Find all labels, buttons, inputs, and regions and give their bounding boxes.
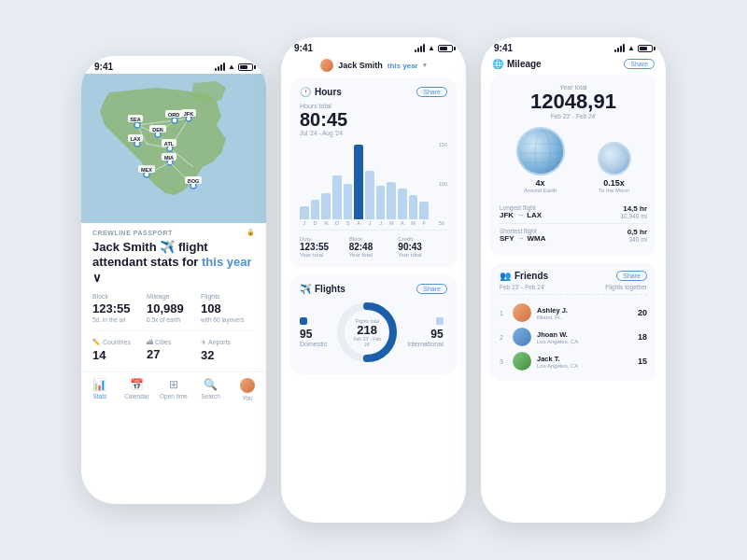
time-2: 9:41 (294, 43, 313, 53)
chart-bar-wrap: M (387, 142, 396, 226)
battery-icon (238, 63, 253, 71)
earth-globe: 4x Around Earth (516, 127, 565, 193)
calendar-icon: 📅 (130, 378, 144, 391)
cities-stat: 🏙Cities 27 (147, 339, 201, 362)
friend-rank: 2 (500, 334, 507, 341)
stat-grid2: ✏️Countries 14 🏙Cities 27 ✈Airports 32 (81, 339, 266, 371)
longest-route: JFK → LAX (500, 211, 542, 219)
signal-icon-2 (415, 44, 425, 52)
nav-opentime[interactable]: ⊞ Open time (155, 378, 192, 401)
chart-bar-label: S (346, 220, 350, 226)
duty-row: Duty 123:55 Year total Block 82:48 Year … (300, 230, 447, 258)
route-arrow-icon: → (516, 211, 524, 219)
friend-flights: 15 (638, 357, 647, 366)
flights-share-button[interactable]: Share (416, 284, 447, 294)
friends-date-row: Feb 23' - Feb 24' Flights together (500, 284, 647, 295)
cities-icon: 🏙 (147, 339, 153, 345)
chart-bar-wrap: J (300, 142, 309, 226)
donut-chart: Flights total 218 Feb 23' - Feb 24' (334, 300, 400, 365)
longest-flight-row: Longest flight JFK → LAX 14,5 hr 10,940 … (500, 201, 647, 224)
friend-info: Ashley J. Miami, FL (537, 306, 632, 320)
chart-bar-label: M (411, 220, 416, 226)
friends-share-button[interactable]: Share (616, 271, 647, 281)
friend-avatar (513, 303, 531, 322)
nav-search[interactable]: 🔍 Search (192, 378, 230, 401)
phone2-header: Jack Smith this year ▾ (281, 55, 466, 77)
block-item: Block 82:48 Year total (349, 236, 399, 258)
svg-text:ORD: ORD (168, 112, 179, 118)
friend-info: Jhoan W. Los Angeles, CA (537, 330, 632, 344)
friend-rank: 1 (500, 310, 507, 316)
chart-bar (419, 202, 429, 219)
svg-text:MIA: MIA (164, 155, 174, 161)
chart-bar-label: F (423, 220, 426, 226)
chart-bar-label: A (401, 220, 404, 226)
friends-icon: 👥 (500, 271, 511, 281)
friend-info: Jack T. Los Angeles, CA (537, 355, 632, 369)
user-avatar-sm (320, 59, 333, 72)
chart-bar-wrap: S (344, 142, 353, 226)
time-1: 9:41 (94, 62, 113, 72)
chart-bar-wrap: F (419, 142, 429, 226)
airports-stat: ✈Airports 32 (201, 339, 255, 362)
hours-share-button[interactable]: Share (416, 87, 447, 97)
chart-bar-label: J (368, 220, 371, 226)
credit-item: Credit 90:43 Year total (398, 236, 447, 258)
svg-point-10 (134, 122, 140, 128)
mileage-card: Year total 12048,91 Feb 23' - Feb 24' 4x… (490, 75, 656, 256)
chart-bar-wrap: N (321, 142, 331, 226)
grid-icon: ⊞ (169, 378, 178, 391)
chart-bar-wrap: J (376, 142, 386, 226)
user-avatar-nav (240, 378, 255, 393)
countries-icon: ✏️ (92, 339, 101, 346)
chart-bar (354, 145, 363, 219)
duty-item: Duty 123:55 Year total (300, 236, 349, 258)
passport-label: CREWLINE PASSPORT 🔒 (81, 223, 266, 238)
svg-text:ATL: ATL (164, 141, 175, 147)
search-icon: 🔍 (204, 378, 218, 391)
friend-location: Los Angeles, CA (537, 339, 632, 344)
shortest-flight-row: Shortest flight SFY → WMA 0,5 hr 340 mi (500, 224, 647, 246)
chart-bar-label: J (379, 220, 382, 226)
friend-flights: 20 (638, 308, 647, 317)
flights-card-header: ✈️ Flights Share (300, 284, 447, 294)
mileage-title: 🌐 Mileage (492, 59, 542, 69)
friends-title: 👥 Friends (500, 271, 548, 281)
bottom-nav: 📊 Stats 📅 Calendar ⊞ Open time 🔍 Search … (81, 371, 266, 405)
chart-bar-label: O (335, 220, 339, 226)
phone1-title: Jack Smith ✈️ flight attendant stats for… (81, 238, 266, 293)
svg-text:SEA: SEA (130, 117, 140, 122)
friend-flights: 18 (638, 332, 647, 342)
chart-bar (409, 195, 418, 219)
block-stat: Block 123:55 5d. in the air (92, 293, 147, 323)
friend-avatar (513, 352, 531, 371)
friend-name: Jhoan W. (537, 330, 632, 339)
wifi-icon: ▲ (228, 63, 235, 71)
chevron-down-icon: ▾ (423, 62, 427, 69)
divider-1 (92, 330, 255, 331)
earth-globe-circle (516, 127, 565, 175)
time-3: 9:41 (494, 43, 513, 53)
mileage-share-button[interactable]: Share (624, 59, 655, 69)
battery-icon-2 (438, 45, 453, 52)
mileage-stat: Mileage 10,989 0.5x of earth (147, 293, 201, 323)
chart-bar-label: A (357, 220, 360, 226)
svg-text:LAX: LAX (131, 136, 141, 142)
nav-calendar[interactable]: 📅 Calendar (119, 378, 156, 401)
nav-you[interactable]: You (229, 378, 266, 401)
chart-bar-label: M (389, 220, 394, 226)
status-icons-3: ▲ (614, 44, 653, 52)
map-svg: SEA ORD JFK LAX DEN ATL MIA (81, 74, 266, 223)
chart-bar (387, 182, 396, 219)
svg-text:DEN: DEN (152, 127, 163, 133)
chart-bar-wrap: D (311, 142, 320, 226)
nav-stats[interactable]: 📊 Stats (81, 378, 119, 401)
status-bar-3: 9:41 ▲ (481, 37, 666, 55)
chart-bar (321, 193, 331, 219)
hours-card: 🕐 Hours Share Hours total 80:45 Jul '24 … (290, 77, 457, 267)
chart-bar (398, 189, 407, 219)
svg-text:MEX: MEX (141, 167, 152, 173)
phone3-header: 🌐 Mileage Share (481, 55, 666, 75)
y-axis: 15010050 (439, 142, 447, 226)
flights-stat: Flights 108 with 60 layovers (201, 293, 255, 323)
